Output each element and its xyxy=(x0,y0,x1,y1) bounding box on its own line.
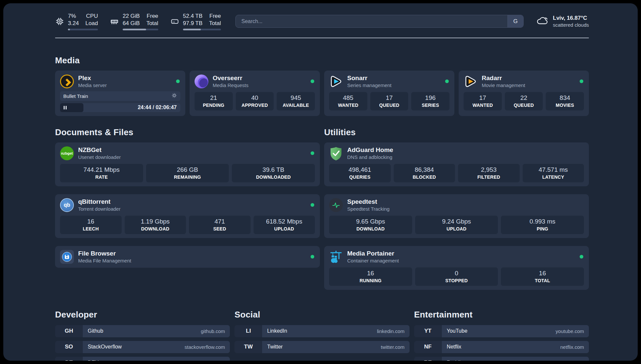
pause-icon[interactable] xyxy=(64,106,67,109)
bookmark-name: Netflix xyxy=(447,344,461,350)
memory-total-label: Total xyxy=(146,20,158,27)
stat-series: 196SERIES xyxy=(411,92,449,110)
adguard-icon xyxy=(329,146,343,160)
service-link-nzbget[interactable]: nzbget NZBGet Usenet downloader xyxy=(60,146,315,160)
bookmark-url: reddit.com xyxy=(561,360,584,361)
memory-free-label: Free xyxy=(146,13,158,19)
service-link-sonarr[interactable]: Sonarr Series management xyxy=(329,75,449,88)
weather-location-temp: Lviv, 16.87°C xyxy=(553,15,589,21)
disk-progress-fill xyxy=(183,29,201,30)
stat-queued: 22QUEUED xyxy=(505,92,543,110)
topbar: 7% CPU 3.24 Load xyxy=(3,13,638,30)
disk-widget: 52.4 TB Free 97.9 TB Total xyxy=(170,13,221,30)
card-subtitle: Media File Management xyxy=(78,258,306,263)
bookmark-name: Twitter xyxy=(267,344,283,350)
cpu-progress-fill xyxy=(68,29,70,30)
status-dot xyxy=(580,255,583,258)
bookmark-name: LinkedIn xyxy=(267,328,287,334)
section-title-social: Social xyxy=(234,310,409,320)
bookmark-linkedin[interactable]: LI LinkedInlinkedin.com xyxy=(234,325,409,337)
bookmark-name: Github xyxy=(88,328,103,334)
stat-wanted: 17WANTED xyxy=(464,92,502,110)
bookmark-url: youtube.com xyxy=(556,328,584,334)
card-title: qBittorrent xyxy=(78,198,306,205)
card-title: File Browser xyxy=(78,250,306,257)
service-link-adguard[interactable]: AdGuard Home DNS and adblocking xyxy=(329,146,584,160)
stat-queries: 498,461QUERIES xyxy=(329,164,391,182)
stat-download: 1.19 GbpsDOWNLOAD xyxy=(125,216,186,234)
cloud-icon xyxy=(536,15,549,27)
section-title-media: Media xyxy=(55,55,589,66)
overseerr-icon xyxy=(195,75,208,88)
stat-available: 945AVAILABLE xyxy=(277,92,315,110)
disk-total-label: Total xyxy=(209,20,221,27)
stat-total: 16TOTAL xyxy=(501,267,584,286)
card-subtitle: Usenet downloader xyxy=(78,154,306,160)
now-playing-row: Bullet Train xyxy=(60,91,180,101)
memory-progress-track xyxy=(123,29,158,30)
bookmark-abbr: DT xyxy=(55,357,83,361)
stat-rate: 744.21 MbpsRATE xyxy=(60,164,143,182)
card-subtitle: Torrent downloader xyxy=(78,206,306,212)
service-link-filebrowser[interactable]: File Browser Media File Management xyxy=(60,250,315,264)
bookmark-abbr: NF xyxy=(414,341,442,353)
memory-widget: 22 GiB Free 64 GiB Total xyxy=(110,13,158,30)
service-link-radarr[interactable]: Radarr Movie management xyxy=(464,75,584,88)
service-card-sonarr: Sonarr Series management 485WANTED 17QUE… xyxy=(324,71,454,116)
bookmark-stackoverflow[interactable]: SO StackOverflowstackoverflow.com xyxy=(55,341,230,353)
bookmark-name: YouTube xyxy=(447,328,468,334)
card-subtitle: Container management xyxy=(347,258,575,263)
stat-seed: 471SEED xyxy=(189,216,251,234)
service-link-plex[interactable]: Plex Media server xyxy=(60,75,180,88)
bookmark-dev[interactable]: DT DEVdev.to xyxy=(55,357,230,361)
card-subtitle: Media server xyxy=(78,82,172,88)
memory-progress-fill xyxy=(123,29,146,30)
stat-queued: 17QUEUED xyxy=(370,92,409,110)
bookmark-abbr: GH xyxy=(55,325,83,337)
card-title: Media Portainer xyxy=(347,250,575,257)
bookmark-twitter[interactable]: TW Twittertwitter.com xyxy=(234,341,409,353)
bookmark-abbr: RE xyxy=(414,357,442,361)
stat-movies: 834MOVIES xyxy=(546,92,584,110)
bookmark-group-social: Social LI LinkedInlinkedin.com TW Twitte… xyxy=(234,310,409,361)
stat-approved: 40APPROVED xyxy=(236,92,274,110)
status-dot xyxy=(311,79,314,83)
memory-icon xyxy=(110,17,119,26)
service-link-speedtest[interactable]: Speedtest Speedtest Tracking xyxy=(329,198,584,212)
service-link-portainer[interactable]: Media Portainer Container management xyxy=(329,250,584,264)
bookmark-name: StackOverflow xyxy=(88,344,122,350)
card-subtitle: DNS and adblocking xyxy=(347,154,584,160)
stat-latency: 47.571 msLATENCY xyxy=(523,164,584,182)
status-dot xyxy=(311,151,314,155)
cpu-usage-value: 7% xyxy=(68,13,79,19)
cpu-load-value: 3.24 xyxy=(68,20,79,27)
portainer-icon xyxy=(329,250,343,264)
bookmark-github[interactable]: GH Githubgithub.com xyxy=(55,325,230,337)
bookmark-reddit[interactable]: RE Redditreddit.com xyxy=(414,357,589,361)
bookmark-group-developer: Developer GH Githubgithub.com SO StackOv… xyxy=(55,310,230,361)
service-link-qbittorrent[interactable]: qb qBittorrent Torrent downloader xyxy=(60,198,315,212)
search-provider-button[interactable]: G xyxy=(507,15,523,27)
stat-upload: 618.52 MbpsUPLOAD xyxy=(254,216,315,234)
bookmark-abbr: LI xyxy=(234,325,262,337)
search-input[interactable] xyxy=(236,15,507,27)
now-playing-title: Bullet Train xyxy=(63,93,88,99)
service-card-adguard: AdGuard Home DNS and adblocking 498,461Q… xyxy=(324,142,589,186)
service-link-overseerr[interactable]: Overseerr Media Requests xyxy=(195,75,315,88)
card-title: Overseerr xyxy=(213,75,306,82)
card-title: NZBGet xyxy=(78,146,306,154)
bookmark-youtube[interactable]: YT YouTubeyoutube.com xyxy=(414,325,589,337)
dashboard: 7% CPU 3.24 Load xyxy=(3,3,638,361)
gear-icon[interactable] xyxy=(171,93,177,99)
stat-remaining: 266 GBREMAINING xyxy=(146,164,229,182)
bookmark-netflix[interactable]: NF Netflixnetflix.com xyxy=(414,341,589,353)
service-card-filebrowser: File Browser Media File Management xyxy=(55,246,320,268)
weather-widget: Lviv, 16.87°C scattered clouds xyxy=(536,15,589,28)
status-dot xyxy=(311,255,314,258)
stat-leech: 16LEECH xyxy=(60,216,122,234)
card-title: Plex xyxy=(78,75,172,82)
stat-filtered: 2,953FILTERED xyxy=(458,164,520,182)
stat-download: 9.65 GbpsDOWNLOAD xyxy=(329,216,412,234)
playback-progress: 24:44 / 02:06:47 xyxy=(60,103,180,112)
card-title: Speedtest xyxy=(347,198,584,205)
